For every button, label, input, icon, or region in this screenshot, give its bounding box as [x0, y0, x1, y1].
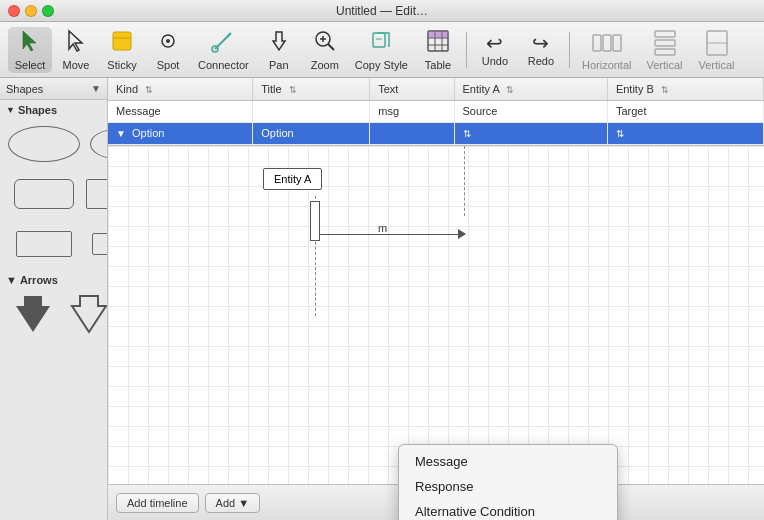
title-sort-icon: ⇅: [289, 85, 297, 95]
sidebar-header-text: Shapes: [6, 83, 43, 95]
svg-rect-20: [428, 31, 435, 38]
dropdown-menu: Message Response Alternative Condition O…: [398, 444, 618, 521]
entity-a-box[interactable]: Entity A: [263, 168, 322, 190]
dropdown-alt-condition[interactable]: Alternative Condition: [399, 499, 617, 521]
row1-kind: ▼ Option: [108, 122, 253, 144]
select-label: Select: [15, 59, 46, 71]
col-kind[interactable]: Kind ⇅: [108, 78, 253, 100]
pan-label: Pan: [269, 59, 289, 71]
arrow-down-filled-icon: [14, 294, 52, 334]
redo-tool[interactable]: ↪ Redo: [519, 27, 563, 73]
table-row[interactable]: ▼ Option Option ⇅ ⇅: [108, 122, 764, 144]
diagram-area: Entity A m Add timeline Add ▼: [108, 146, 764, 521]
toolbar: Select Move Sticky Spot: [0, 22, 764, 78]
vertical-label: Vertical: [646, 59, 682, 71]
entity-b-lifeline: [464, 146, 465, 216]
zoom-icon: [313, 29, 337, 57]
select-tool[interactable]: Select: [8, 27, 52, 73]
table-tool[interactable]: Table: [416, 27, 460, 73]
shape-rect[interactable]: [86, 172, 108, 216]
shape-grid: [0, 118, 107, 270]
window-title: Untitled — Edit…: [336, 4, 428, 18]
horizontal-distribute[interactable]: Horizontal: [576, 27, 638, 73]
spot-label: Spot: [157, 59, 180, 71]
maximize-button[interactable]: [42, 5, 54, 17]
row0-text: msg: [370, 100, 454, 122]
connector-tool[interactable]: Connector: [192, 27, 255, 73]
shape-rect-rounded[interactable]: [8, 172, 80, 216]
add-timeline-button[interactable]: Add timeline: [116, 493, 199, 513]
shape-rect-xs[interactable]: [86, 222, 108, 266]
col-entity-b[interactable]: Entity B ⇅: [607, 78, 763, 100]
svg-rect-25: [613, 35, 621, 51]
vertical-distribute[interactable]: Vertical: [640, 27, 690, 73]
minimize-button[interactable]: [25, 5, 37, 17]
shape-oval-large[interactable]: [8, 122, 80, 166]
svg-rect-26: [655, 31, 675, 37]
title-bar: Untitled — Edit…: [0, 0, 764, 22]
sidebar-dropdown[interactable]: ▼: [91, 83, 101, 94]
col-text[interactable]: Text: [370, 78, 454, 100]
svg-rect-21: [435, 31, 442, 38]
arrow-down-filled[interactable]: [8, 292, 58, 336]
dropdown-response[interactable]: Response: [399, 474, 617, 499]
redo-label: Redo: [528, 55, 554, 67]
sticky-tool[interactable]: Sticky: [100, 27, 144, 73]
zoom-tool[interactable]: Zoom: [303, 27, 347, 73]
vertical-icon: [649, 29, 681, 57]
svg-rect-28: [655, 49, 675, 55]
row0-entity-b: Target: [607, 100, 763, 122]
entity-b-sort-icon: ⇅: [661, 85, 669, 95]
row1-title: Option: [253, 122, 370, 144]
row0-kind: Message: [108, 100, 253, 122]
select-icon: [18, 29, 42, 57]
undo-tool[interactable]: ↩ Undo: [473, 27, 517, 73]
shape-rect-sm[interactable]: [8, 222, 80, 266]
message-line: [315, 234, 465, 235]
close-button[interactable]: [8, 5, 20, 17]
move-tool[interactable]: Move: [54, 27, 98, 73]
data-table: Kind ⇅ Title ⇅ Text Entity A ⇅: [108, 78, 764, 145]
col-entity-a[interactable]: Entity A ⇅: [454, 78, 607, 100]
row1-entity-b: ⇅: [607, 122, 763, 144]
shape-oval-small[interactable]: [86, 122, 108, 166]
svg-rect-27: [655, 40, 675, 46]
connector-label: Connector: [198, 59, 249, 71]
sidebar: Shapes ▼ ▼ Shapes: [0, 78, 108, 520]
svg-rect-24: [603, 35, 611, 51]
horizontal-icon: [591, 29, 623, 57]
shapes-section-label: ▼ Shapes: [0, 100, 107, 118]
table-icon: [426, 29, 450, 57]
sticky-label: Sticky: [107, 59, 136, 71]
sidebar-header: Shapes ▼: [0, 78, 107, 100]
arrow-down-outline[interactable]: [64, 292, 108, 336]
canvas-area: Kind ⇅ Title ⇅ Text Entity A ⇅: [108, 78, 764, 520]
undo-label: Undo: [482, 55, 508, 67]
svg-marker-1: [69, 31, 82, 51]
arrows-section-label: ▼ Arrows: [0, 270, 107, 288]
svg-rect-23: [593, 35, 601, 51]
spot-tool[interactable]: Spot: [146, 27, 190, 73]
col-title[interactable]: Title ⇅: [253, 78, 370, 100]
copy-style-label: Copy Style: [355, 59, 408, 71]
svg-marker-0: [23, 31, 36, 51]
vertical2-distribute[interactable]: Vertical: [692, 27, 742, 73]
move-icon: [64, 29, 88, 57]
row1-sort-icon-b: ⇅: [616, 128, 624, 139]
dropdown-message[interactable]: Message: [399, 449, 617, 474]
svg-rect-22: [442, 31, 448, 38]
svg-marker-32: [72, 296, 106, 332]
message-label: m: [378, 222, 387, 234]
traffic-lights: [8, 5, 54, 17]
add-combined-button[interactable]: Add ▼: [205, 493, 260, 513]
row0-entity-a: Source: [454, 100, 607, 122]
horizontal-label: Horizontal: [582, 59, 632, 71]
kind-sort-icon: ⇅: [145, 85, 153, 95]
row1-entity-a: ⇅: [454, 122, 607, 144]
copy-style-tool[interactable]: Copy Style: [349, 27, 414, 73]
table-row[interactable]: Message msg Source Target: [108, 100, 764, 122]
pan-tool[interactable]: Pan: [257, 27, 301, 73]
toolbar-separator-1: [466, 32, 467, 68]
arrows-grid: [0, 288, 107, 340]
svg-marker-31: [16, 296, 50, 332]
